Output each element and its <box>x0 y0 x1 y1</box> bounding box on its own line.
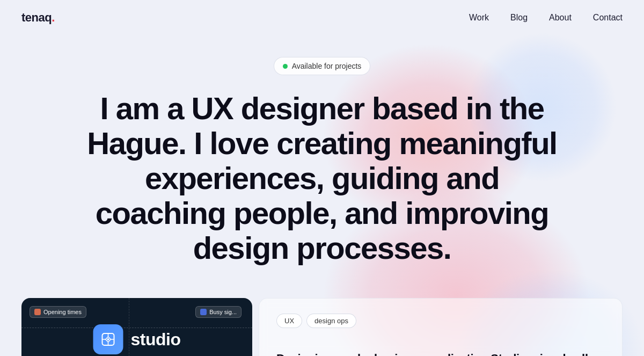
hero-section: Available for projects I am a UX designe… <box>0 35 644 298</box>
card-title: Designing a calm business application St… <box>276 351 605 356</box>
tag-busy-label: Busy sig... <box>209 309 237 315</box>
cards-section: Opening times Busy sig... Winterfell que… <box>0 298 644 356</box>
tag-icon-busy <box>200 309 207 315</box>
tag-ux: UX <box>276 314 302 328</box>
green-dot-icon <box>283 64 288 69</box>
studio-icon <box>93 324 123 354</box>
logo-text: tenaq <box>21 11 52 24</box>
availability-text: Available for projects <box>292 62 362 70</box>
logo-dot: . <box>52 11 55 24</box>
nav-work[interactable]: Work <box>469 13 489 22</box>
tag-busy-signal: Busy sig... <box>195 306 241 318</box>
studio-label: studio <box>131 330 181 350</box>
hero-heading: I am a UX designer based in the Hague. I… <box>80 91 564 266</box>
logo[interactable]: tenaq. <box>21 11 55 25</box>
navbar: tenaq. Work Blog About Contact <box>0 0 644 35</box>
nav-blog[interactable]: Blog <box>510 13 528 22</box>
card-studio[interactable]: Opening times Busy sig... Winterfell que… <box>21 298 252 356</box>
studio-svg-icon <box>100 331 116 347</box>
svg-point-1 <box>107 338 109 340</box>
card-designing[interactable]: UX design ops Designing a calm business … <box>259 298 623 356</box>
nav-links: Work Blog About Contact <box>469 13 623 23</box>
nav-contact[interactable]: Contact <box>593 13 623 22</box>
card-tag-list: UX design ops <box>276 314 605 328</box>
tag-icon-opening <box>34 309 41 315</box>
tag-design-ops: design ops <box>306 314 356 328</box>
tag-opening-label: Opening times <box>43 309 82 315</box>
availability-badge: Available for projects <box>274 57 371 75</box>
nav-about[interactable]: About <box>549 13 572 22</box>
tag-opening-times: Opening times <box>30 306 86 318</box>
studio-logo-group: studio <box>93 324 181 354</box>
